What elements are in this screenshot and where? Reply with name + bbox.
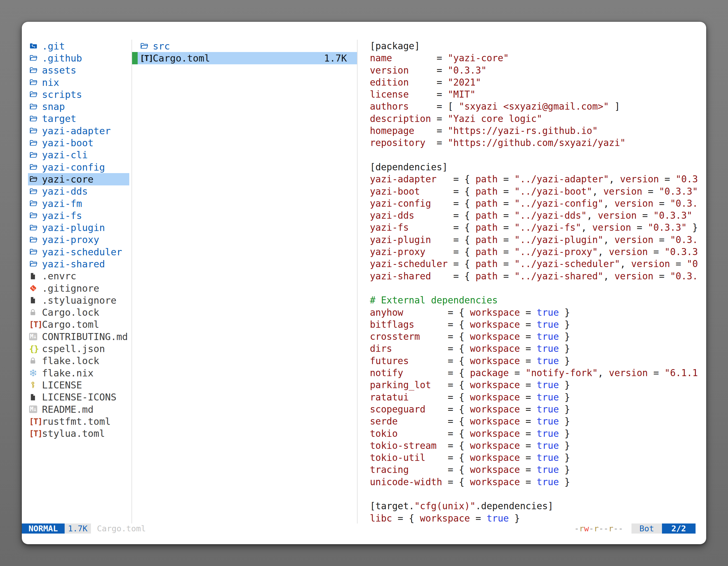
status-bar: NORMAL 1.7K Cargo.toml -rw-r--r-- Bot 2/… [22, 523, 706, 534]
preview-line: dirs = { workspace = true } [370, 342, 706, 354]
file-row[interactable]: [T]Cargo.toml1.7K [132, 52, 357, 64]
folder-icon [29, 102, 42, 111]
file-row[interactable]: flake.lock [28, 355, 129, 367]
file-name: assets [42, 65, 76, 76]
file-row[interactable]: M↓README.md [28, 403, 129, 415]
dir-row[interactable]: nix [28, 76, 129, 88]
dir-row[interactable]: yazi-shared [28, 258, 129, 270]
dir-row[interactable]: yazi-boot [28, 137, 129, 149]
file-icon [29, 296, 42, 304]
dir-row[interactable]: yazi-fs [28, 210, 129, 222]
key-icon [29, 381, 42, 389]
dir-row[interactable]: yazi-dds [28, 186, 129, 198]
preview-line: tokio-stream = { workspace = true } [370, 440, 706, 452]
file-name: flake.nix [42, 367, 93, 379]
dir-row[interactable]: yazi-plugin [28, 222, 129, 234]
file-row[interactable]: [T]rustfmt.toml [28, 415, 129, 427]
dir-row[interactable]: scripts [28, 88, 129, 100]
file-row[interactable]: [T]stylua.toml [28, 427, 129, 440]
file-name: Cargo.toml [42, 319, 99, 330]
file-row[interactable]: .styluaignore [28, 294, 129, 306]
file-name: src [153, 41, 170, 52]
dir-row[interactable]: .github [28, 52, 129, 64]
file-name: stylua.toml [42, 428, 105, 439]
dir-row[interactable]: yazi-adapter [28, 125, 129, 137]
preview-line: notify = { package = "notify-fork", vers… [370, 367, 706, 379]
preview-line: bitflags = { workspace = true } [370, 318, 706, 330]
selection-marker [132, 40, 138, 52]
toml-icon: [T] [140, 53, 153, 63]
markdown-icon: M↓ [29, 333, 42, 340]
preview-line: libc = { workspace = true } [370, 512, 706, 523]
file-name: flake.lock [42, 355, 99, 366]
snowflake-icon [29, 369, 42, 377]
folder-icon [29, 187, 42, 196]
preview-line: yazi-boot = { path = "../yazi-boot", ver… [370, 186, 706, 198]
dir-row[interactable]: assets [28, 64, 129, 76]
dir-row[interactable]: src [132, 40, 357, 52]
file-name: CONTRIBUTING.md [42, 331, 128, 342]
file-row[interactable]: M↓CONTRIBUTING.md [28, 330, 129, 342]
preview-line [370, 282, 706, 294]
terminal-window: .git.githubassetsnixscriptssnaptargetyaz… [22, 22, 706, 544]
file-row[interactable]: .gitignore [28, 282, 129, 294]
file-row[interactable]: .envrc [28, 270, 129, 282]
file-row[interactable]: flake.nix [28, 367, 129, 379]
toml-icon: [T] [29, 417, 42, 426]
folder-icon [29, 260, 42, 268]
preview-line: tracing = { workspace = true } [370, 464, 706, 476]
file-name: yazi-core [42, 174, 93, 185]
file-row[interactable]: LICENSE [28, 379, 129, 391]
dir-row[interactable]: yazi-scheduler [28, 246, 129, 258]
preview-line: repository = "https://github.com/sxyazi/… [370, 137, 706, 149]
dir-row[interactable]: target [28, 113, 129, 125]
dir-row[interactable]: .git [28, 40, 129, 52]
permissions-text: -rw-r--r-- [574, 524, 623, 533]
file-name: target [42, 113, 76, 124]
file-name: cspell.json [42, 343, 105, 354]
git-folder-icon [29, 42, 42, 50]
preview-line: yazi-scheduler = { path = "../yazi-sched… [370, 258, 706, 270]
preview-line: yazi-dds = { path = "../yazi-dds", versi… [370, 210, 706, 222]
preview-line: license = "MIT" [370, 88, 706, 100]
folder-icon [29, 126, 42, 135]
markdown-icon: M↓ [29, 405, 42, 413]
preview-pane[interactable]: [package]name = "yazi-core"version = "0.… [370, 40, 706, 523]
folder-icon [29, 211, 42, 220]
preview-line: authors = [ "sxyazi <sxyazi@gmail.com>" … [370, 100, 706, 112]
file-row[interactable]: [T]Cargo.toml [28, 318, 129, 330]
file-name: yazi-cli [42, 149, 88, 161]
file-row[interactable]: LICENSE-ICONS [28, 391, 129, 403]
file-row[interactable]: Cargo.lock [28, 306, 129, 318]
preview-line: anyhow = { workspace = true } [370, 306, 706, 318]
dir-row[interactable]: yazi-core [28, 173, 129, 185]
preview-line: [target."cfg(unix)".dependencies] [370, 500, 706, 512]
file-name: yazi-config [42, 162, 105, 173]
file-size-badge: 1.7K [65, 523, 91, 534]
preview-line: tokio = { workspace = true } [370, 427, 706, 440]
file-name: rustfmt.toml [42, 416, 111, 427]
status-right-group: -rw-r--r-- Bot 2/2 [574, 523, 696, 534]
file-name: LICENSE-ICONS [42, 391, 116, 403]
file-name: .styluaignore [42, 295, 116, 306]
preview-line: yazi-shared = { path = "../yazi-shared",… [370, 270, 706, 282]
preview-line: name = "yazi-core" [370, 52, 706, 64]
file-row[interactable]: {}cspell.json [28, 342, 129, 354]
folder-icon [29, 248, 42, 256]
dir-row[interactable]: yazi-cli [28, 149, 129, 161]
dir-row[interactable]: snap [28, 100, 129, 112]
file-name: yazi-shared [42, 259, 105, 270]
folder-icon [29, 54, 42, 62]
folder-icon [29, 114, 42, 123]
preview-line: version = "0.3.3" [370, 64, 706, 76]
file-name: Cargo.lock [42, 307, 99, 318]
folder-icon [29, 163, 42, 172]
dir-row[interactable]: yazi-fm [28, 198, 129, 210]
preview-line: parking_lot = { workspace = true } [370, 379, 706, 391]
dir-row[interactable]: yazi-config [28, 161, 129, 173]
dir-row[interactable]: yazi-proxy [28, 234, 129, 246]
preview-line: homepage = "https://yazi-rs.github.io" [370, 125, 706, 137]
folder-icon [29, 199, 42, 208]
folder-icon [29, 224, 42, 232]
mode-badge: NORMAL [22, 523, 65, 534]
